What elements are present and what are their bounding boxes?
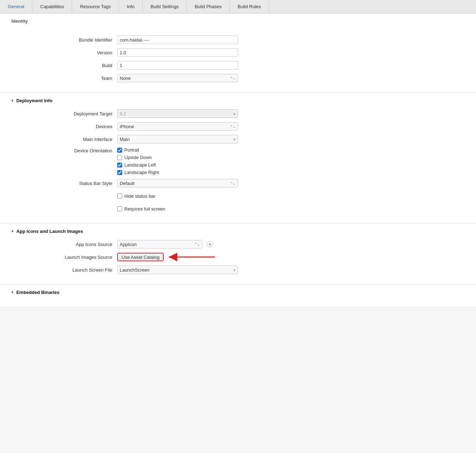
portrait-label: Portrait — [124, 147, 139, 153]
app-icons-source-wrapper: AppIcon ⌃⌄ + — [117, 240, 213, 249]
deployment-target-label: Deployment Target — [11, 111, 117, 116]
requires-full-screen-checkbox-row: Requires full screen — [117, 206, 238, 212]
use-asset-catalog-button[interactable]: Use Asset Catalog — [117, 253, 164, 261]
devices-select[interactable]: iPhone iPad Universal — [117, 122, 238, 131]
launch-screen-file-label: Launch Screen File — [11, 267, 117, 273]
app-icons-header: ▼ App Icons and Launch Images — [11, 229, 465, 234]
app-icons-triangle: ▼ — [11, 229, 14, 233]
identity-header: Identity — [11, 18, 465, 29]
tab-resource-tags[interactable]: Resource Tags — [72, 0, 119, 13]
app-icons-plus-button[interactable]: + — [207, 241, 213, 247]
tab-bar: General Capabilities Resource Tags Info … — [0, 0, 476, 13]
hide-status-bar-row: Hide status bar — [11, 191, 465, 201]
upside-down-row: Upside Down — [117, 155, 238, 160]
bundle-identifier-control — [117, 36, 238, 44]
requires-full-screen-checkbox[interactable] — [117, 206, 122, 211]
app-icons-source-row: App Icons Source AppIcon ⌃⌄ + — [11, 240, 465, 249]
requires-full-screen-control: Requires full screen — [117, 206, 238, 212]
deployment-info-header: ▼ Deployment Info — [11, 98, 465, 103]
app-icons-source-label: App Icons Source — [11, 242, 117, 247]
bundle-identifier-row: Bundle Identifier — [11, 35, 465, 44]
portrait-checkbox[interactable] — [117, 148, 122, 153]
tab-info[interactable]: Info — [119, 0, 143, 13]
device-orientation-control: Portrait Upside Down Landscape Left Land… — [117, 147, 238, 175]
upside-down-label: Upside Down — [124, 155, 152, 160]
embedded-binaries-section: ▼ Embedded Binaries — [0, 285, 476, 307]
status-bar-style-select[interactable]: Default Light Content — [117, 179, 238, 187]
devices-row: Devices iPhone iPad Universal ⌃⌄ — [11, 122, 465, 131]
app-icons-source-select[interactable]: AppIcon — [117, 240, 202, 249]
build-label: Build — [11, 63, 117, 68]
app-icons-section: ▼ App Icons and Launch Images App Icons … — [0, 224, 476, 285]
tab-capabilities[interactable]: Capabilities — [32, 0, 72, 13]
device-orientation-label: Device Orientation — [11, 147, 117, 153]
team-row: Team None ⌃⌄ — [11, 73, 465, 83]
bundle-identifier-label: Bundle Identifier — [11, 37, 117, 43]
version-control — [117, 48, 238, 57]
launch-images-source-row: Launch Images Source Use Asset Catalog — [11, 252, 465, 262]
landscape-right-label: Landscape Right — [124, 170, 159, 175]
status-bar-style-row: Status Bar Style Default Light Content ⌃… — [11, 179, 465, 188]
landscape-right-row: Landscape Right — [117, 170, 238, 175]
embedded-binaries-header: ▼ Embedded Binaries — [11, 290, 465, 295]
landscape-left-label: Landscape Left — [124, 162, 156, 168]
main-interface-row: Main Interface Main ∨ — [11, 135, 465, 144]
hide-status-bar-control: Hide status bar — [117, 193, 238, 199]
team-select[interactable]: None — [117, 74, 238, 82]
deployment-target-row: Deployment Target 9.2 9.0 8.0 ∨ — [11, 109, 465, 118]
tab-build-phases[interactable]: Build Phases — [187, 0, 230, 13]
tab-build-rules[interactable]: Build Rules — [230, 0, 269, 13]
hide-status-bar-checkbox[interactable] — [117, 193, 122, 198]
bundle-identifier-input[interactable] — [117, 36, 238, 44]
version-input[interactable] — [117, 48, 238, 57]
device-orientation-row: Device Orientation Portrait Upside Down … — [11, 147, 465, 175]
landscape-left-checkbox[interactable] — [117, 163, 122, 168]
orientation-checkbox-group: Portrait Upside Down Landscape Left Land… — [117, 147, 238, 175]
deployment-info-title: Deployment Info — [16, 98, 53, 103]
main-content: Identity Bundle Identifier Version Build… — [0, 13, 476, 307]
version-label: Version — [11, 50, 117, 55]
launch-images-source-label: Launch Images Source — [11, 255, 117, 260]
identity-section: Identity Bundle Identifier Version Build… — [0, 13, 476, 93]
requires-full-screen-label: Requires full screen — [124, 206, 165, 212]
version-row: Version — [11, 48, 465, 57]
status-bar-style-control: Default Light Content ⌃⌄ — [117, 179, 238, 187]
deployment-target-control: 9.2 9.0 8.0 ∨ — [117, 109, 238, 118]
tab-build-settings[interactable]: Build Settings — [143, 0, 187, 13]
team-label: Team — [11, 76, 117, 81]
red-arrow-annotation — [165, 250, 222, 264]
launch-images-source-wrapper: Use Asset Catalog — [117, 253, 164, 261]
launch-screen-file-row: Launch Screen File LaunchScreen ∨ — [11, 265, 465, 274]
build-input[interactable] — [117, 61, 238, 70]
main-interface-select[interactable]: Main — [117, 135, 238, 143]
tab-general[interactable]: General — [0, 0, 32, 13]
launch-screen-file-select[interactable]: LaunchScreen — [117, 266, 238, 274]
deployment-info-section: ▼ Deployment Info Deployment Target 9.2 … — [0, 93, 476, 224]
main-interface-label: Main Interface — [11, 137, 117, 142]
upside-down-checkbox[interactable] — [117, 155, 122, 160]
launch-screen-file-control: LaunchScreen ∨ — [117, 266, 238, 274]
status-bar-style-label: Status Bar Style — [11, 181, 117, 186]
devices-control: iPhone iPad Universal ⌃⌄ — [117, 122, 238, 131]
requires-full-screen-row: Requires full screen — [11, 204, 465, 213]
landscape-left-row: Landscape Left — [117, 162, 238, 168]
build-row: Build — [11, 61, 465, 70]
portrait-row: Portrait — [117, 147, 238, 153]
embedded-binaries-triangle: ▼ — [11, 290, 14, 294]
team-control: None ⌃⌄ — [117, 74, 238, 82]
hide-status-bar-checkbox-row: Hide status bar — [117, 193, 238, 199]
hide-status-bar-label: Hide status bar — [124, 193, 155, 199]
embedded-binaries-title: Embedded Binaries — [16, 290, 59, 295]
deployment-target-select[interactable]: 9.2 9.0 8.0 — [117, 109, 238, 118]
main-interface-control: Main ∨ — [117, 135, 238, 143]
app-icons-source-control: AppIcon ⌃⌄ — [117, 240, 202, 249]
landscape-right-checkbox[interactable] — [117, 170, 122, 175]
devices-label: Devices — [11, 124, 117, 129]
deployment-triangle: ▼ — [11, 99, 14, 103]
app-icons-title: App Icons and Launch Images — [16, 229, 83, 234]
identity-title: Identity — [11, 18, 28, 24]
build-control — [117, 61, 238, 70]
